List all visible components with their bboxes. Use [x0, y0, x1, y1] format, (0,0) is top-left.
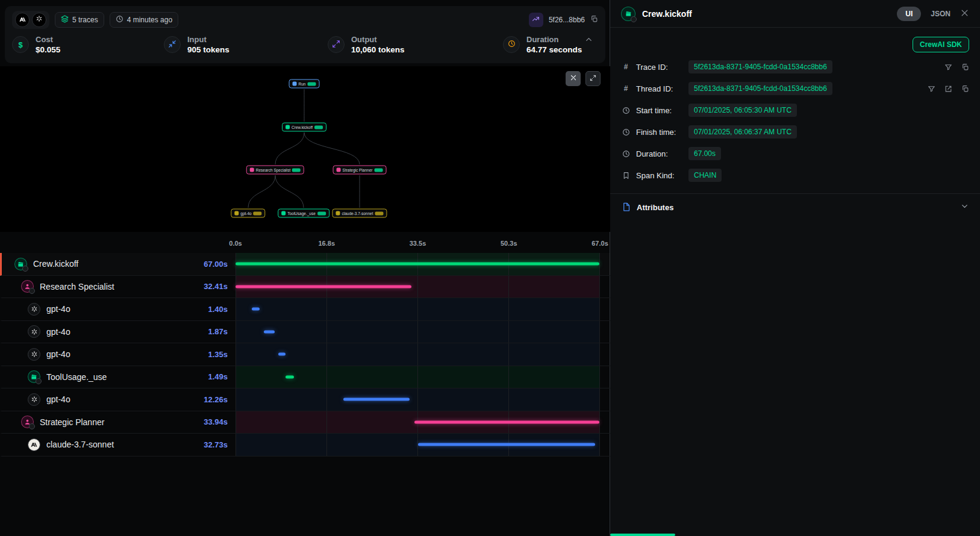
detail-row: # Trace ID: 5f2613da-8371-9405-fcdd-0a15…: [610, 56, 980, 78]
duration-bar: [264, 330, 275, 333]
attributes-toggle[interactable]: Attributes: [610, 194, 980, 221]
span-duration: 1.49s: [208, 372, 228, 381]
timeline-track: [236, 388, 600, 411]
agentops-subbadge-icon: [36, 378, 42, 384]
attributes-label: Attributes: [637, 203, 673, 212]
dollar-icon: $: [12, 36, 29, 53]
graph-node[interactable]: Strategic Planner: [333, 166, 387, 175]
detail-row: Span Kind: CHAIN: [610, 164, 980, 186]
node-status-chip: [314, 125, 323, 129]
span-name: gpt-4o: [46, 349, 70, 359]
expand-graph-button[interactable]: [585, 71, 601, 86]
node-label: ToolUsage._use: [287, 211, 316, 216]
openai-icon: [28, 303, 40, 316]
graph-node[interactable]: Run: [289, 79, 320, 89]
detail-label: Thread ID:: [636, 84, 683, 93]
external-link-icon[interactable]: [944, 85, 952, 93]
detail-value: 5f2613da-8371-9405-fcdd-0a1534cc8bb6: [688, 60, 832, 73]
collapse-chevron-icon[interactable]: [584, 35, 593, 46]
timeline-row[interactable]: ToolUsage._use 1.49s: [0, 366, 610, 389]
copy-icon[interactable]: [961, 85, 969, 93]
timeline-row[interactable]: gpt-4o 1.40s: [0, 298, 610, 321]
node-icon: [286, 125, 290, 129]
span-duration: 32.41s: [204, 282, 228, 291]
detail-row: Start time: 07/01/2025, 06:05:30 AM UTC: [610, 99, 980, 121]
timeline-track: [236, 253, 600, 275]
detail-row: Duration: 67.00s: [610, 143, 980, 164]
span-duration: 32.73s: [204, 440, 228, 449]
copy-trace-id-icon[interactable]: [590, 14, 598, 25]
agentops-subbadge-icon: [29, 288, 35, 294]
arrows-in-icon: [164, 36, 181, 53]
detail-actions: [944, 63, 969, 71]
filter-icon[interactable]: [928, 85, 935, 93]
stat-value: 905 tokens: [187, 45, 229, 54]
clock-icon: [621, 150, 631, 158]
anthropic-icon: [28, 438, 40, 451]
traces-badge[interactable]: 5 traces: [55, 12, 104, 28]
axis-tick: 0.0s: [229, 240, 242, 247]
graph-node[interactable]: ToolUsage._use: [278, 209, 329, 218]
span-name: ToolUsage._use: [46, 372, 107, 382]
span-name: claude-3.7-sonnet: [46, 440, 114, 449]
detail-sidebar: Crew.kickoff UI JSON CrewAI SDK # Trace …: [610, 0, 980, 536]
duration-bar: [236, 285, 411, 288]
trace-graph: RunCrew.kickoffResearch SpecialistStrate…: [0, 66, 610, 232]
stat-label: Output: [351, 35, 405, 44]
duration-bar: [418, 443, 595, 446]
attributes-section: Attributes: [610, 193, 980, 221]
detail-value: 07/01/2025, 06:06:37 AM UTC: [688, 125, 797, 139]
timeline-row[interactable]: claude-3.7-sonnet 32.73s: [0, 434, 610, 457]
node-icon: [293, 82, 297, 86]
openai-icon: [28, 325, 40, 338]
timeline-row[interactable]: gpt-4o 1.35s: [0, 343, 610, 366]
duration-bar: [252, 308, 260, 311]
graph-nodes: RunCrew.kickoffResearch SpecialistStrate…: [0, 66, 610, 232]
openai-icon: [28, 348, 40, 361]
tab-json[interactable]: JSON: [931, 10, 950, 18]
axis-tick: 33.5s: [410, 240, 426, 247]
duration-clock-icon: [503, 36, 520, 53]
tab-ui[interactable]: UI: [897, 7, 921, 21]
metrics-icon[interactable]: [529, 13, 543, 27]
sdk-row: CrewAI SDK: [610, 28, 980, 56]
span-duration: 67.00s: [204, 260, 228, 269]
trace-id-short: 5f26...8bb6: [549, 16, 585, 24]
graph-node[interactable]: Crew.kickoff: [282, 123, 326, 132]
node-status-chip: [375, 211, 384, 215]
duration-bar: [414, 420, 599, 423]
layers-icon: [61, 15, 69, 25]
stat-input: Input 905 tokens: [164, 35, 328, 54]
timeline-row[interactable]: gpt-4o 1.87s: [0, 321, 610, 344]
timeline-row[interactable]: gpt-4o 12.26s: [0, 388, 610, 411]
agent-icon: [21, 280, 34, 293]
detail-label: Start time:: [636, 106, 683, 115]
close-graph-button[interactable]: [566, 71, 581, 86]
time-axis: 0.0s16.8s33.5s50.3s67.0s: [236, 237, 600, 253]
detail-value: CHAIN: [688, 169, 722, 182]
agentops-subbadge-icon: [22, 266, 28, 272]
filter-icon[interactable]: [944, 63, 952, 71]
close-sidebar-icon[interactable]: [960, 8, 969, 20]
detail-label: Finish time:: [636, 128, 683, 137]
detail-label: Span Kind:: [636, 171, 683, 180]
stat-value: $0.055: [36, 45, 60, 54]
copy-icon[interactable]: [961, 63, 969, 71]
timeline-row[interactable]: Research Specialist 32.41s: [0, 276, 610, 299]
horizontal-scrollbar[interactable]: [610, 534, 675, 536]
node-icon: [250, 168, 254, 172]
timeline-track: [236, 321, 600, 343]
arrows-out-icon: [328, 36, 345, 53]
chevron-down-icon[interactable]: [960, 202, 969, 213]
graph-node[interactable]: gpt-4o: [231, 209, 265, 218]
openai-logo-icon: [32, 13, 46, 27]
graph-node[interactable]: claude-3.7-sonnet: [332, 209, 387, 218]
openai-icon: [28, 393, 40, 406]
detail-label: Duration:: [636, 149, 683, 158]
timeline-track: [236, 366, 600, 388]
graph-node[interactable]: Research Specialist: [246, 166, 304, 175]
timeline-row[interactable]: Crew.kickoff 67.00s: [0, 253, 610, 276]
timeline-row[interactable]: Strategic Planner 33.94s: [0, 411, 610, 434]
detail-label: Trace ID:: [636, 63, 683, 72]
graph-buttons: [566, 71, 601, 86]
